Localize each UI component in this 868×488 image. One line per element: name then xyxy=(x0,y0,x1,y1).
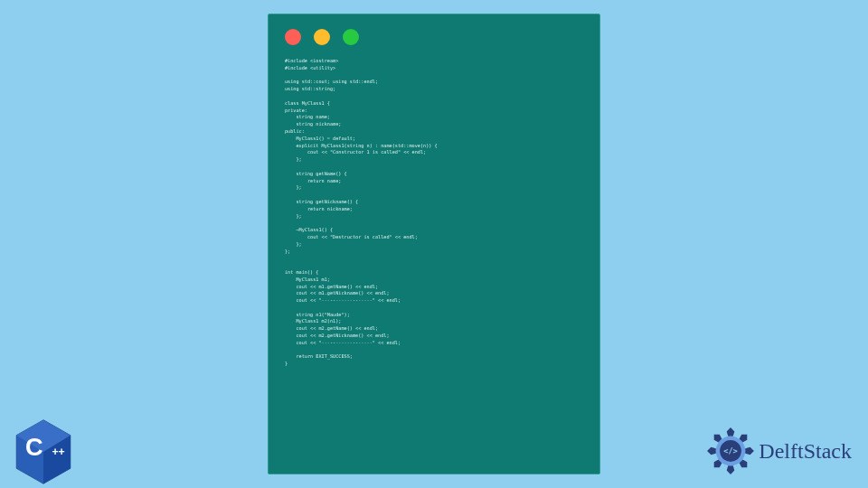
cpp-logo: C ++ xyxy=(13,418,74,486)
cpp-letter: C xyxy=(25,433,43,461)
minimize-icon[interactable] xyxy=(314,29,330,45)
close-icon[interactable] xyxy=(285,29,301,45)
svg-marker-5 xyxy=(746,447,755,455)
traffic-lights xyxy=(285,29,583,45)
code-content: #include <iostream> #include <utility> u… xyxy=(285,58,583,368)
cpp-plus: ++ xyxy=(52,446,65,458)
svg-marker-3 xyxy=(727,427,735,436)
maximize-icon[interactable] xyxy=(343,29,359,45)
delftstack-label: DelftStack xyxy=(759,439,852,464)
delftstack-gear-icon: </> xyxy=(706,427,755,475)
svg-text:</>: </> xyxy=(724,446,739,455)
svg-marker-9 xyxy=(707,447,716,455)
svg-marker-7 xyxy=(727,465,735,474)
code-window: #include <iostream> #include <utility> u… xyxy=(268,14,600,474)
delftstack-logo: </> DelftStack xyxy=(706,427,852,475)
